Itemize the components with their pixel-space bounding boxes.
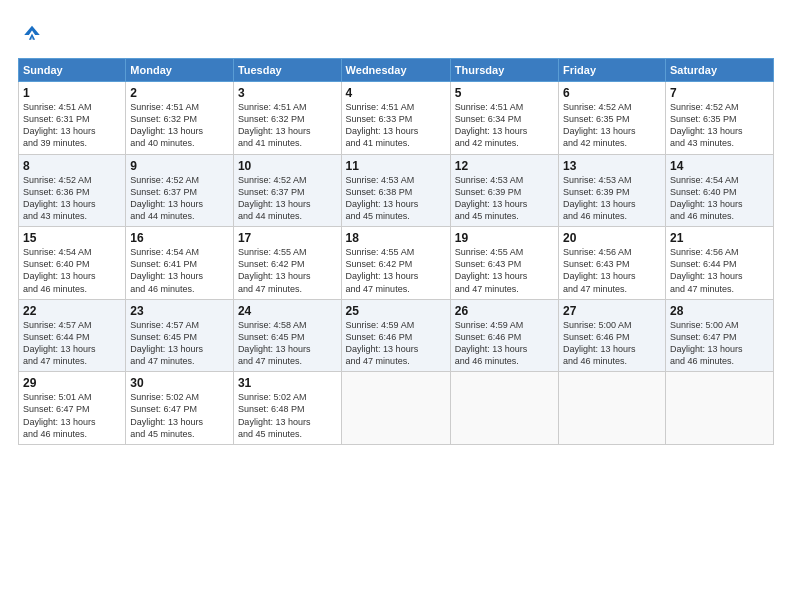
day-info: Sunrise: 4:53 AM Sunset: 6:39 PM Dayligh… xyxy=(455,174,554,223)
calendar-cell: 18 Sunrise: 4:55 AM Sunset: 6:42 PM Dayl… xyxy=(341,227,450,300)
day-info: Sunrise: 4:55 AM Sunset: 6:42 PM Dayligh… xyxy=(346,246,446,295)
day-info: Sunrise: 4:52 AM Sunset: 6:36 PM Dayligh… xyxy=(23,174,121,223)
day-number: 18 xyxy=(346,231,446,245)
day-info: Sunrise: 4:59 AM Sunset: 6:46 PM Dayligh… xyxy=(346,319,446,368)
day-number: 17 xyxy=(238,231,337,245)
header-cell-wednesday: Wednesday xyxy=(341,59,450,82)
calendar-table: SundayMondayTuesdayWednesdayThursdayFrid… xyxy=(18,58,774,445)
calendar-cell: 29 Sunrise: 5:01 AM Sunset: 6:47 PM Dayl… xyxy=(19,372,126,445)
header-row: SundayMondayTuesdayWednesdayThursdayFrid… xyxy=(19,59,774,82)
day-info: Sunrise: 4:52 AM Sunset: 6:37 PM Dayligh… xyxy=(238,174,337,223)
calendar-cell: 13 Sunrise: 4:53 AM Sunset: 6:39 PM Dayl… xyxy=(559,154,666,227)
calendar-cell: 9 Sunrise: 4:52 AM Sunset: 6:37 PM Dayli… xyxy=(126,154,234,227)
day-number: 12 xyxy=(455,159,554,173)
day-info: Sunrise: 4:52 AM Sunset: 6:35 PM Dayligh… xyxy=(563,101,661,150)
day-number: 15 xyxy=(23,231,121,245)
day-info: Sunrise: 5:02 AM Sunset: 6:47 PM Dayligh… xyxy=(130,391,229,440)
day-info: Sunrise: 4:54 AM Sunset: 6:41 PM Dayligh… xyxy=(130,246,229,295)
day-number: 3 xyxy=(238,86,337,100)
day-info: Sunrise: 4:51 AM Sunset: 6:33 PM Dayligh… xyxy=(346,101,446,150)
calendar-cell xyxy=(450,372,558,445)
calendar-week-3: 15 Sunrise: 4:54 AM Sunset: 6:40 PM Dayl… xyxy=(19,227,774,300)
day-number: 8 xyxy=(23,159,121,173)
day-info: Sunrise: 4:57 AM Sunset: 6:44 PM Dayligh… xyxy=(23,319,121,368)
day-number: 9 xyxy=(130,159,229,173)
calendar-cell xyxy=(559,372,666,445)
calendar-cell: 12 Sunrise: 4:53 AM Sunset: 6:39 PM Dayl… xyxy=(450,154,558,227)
day-info: Sunrise: 4:55 AM Sunset: 6:43 PM Dayligh… xyxy=(455,246,554,295)
logo-icon xyxy=(18,18,46,46)
calendar-cell: 24 Sunrise: 4:58 AM Sunset: 6:45 PM Dayl… xyxy=(233,299,341,372)
calendar-cell: 25 Sunrise: 4:59 AM Sunset: 6:46 PM Dayl… xyxy=(341,299,450,372)
page: SundayMondayTuesdayWednesdayThursdayFrid… xyxy=(0,0,792,612)
calendar-cell: 3 Sunrise: 4:51 AM Sunset: 6:32 PM Dayli… xyxy=(233,82,341,155)
calendar-cell: 10 Sunrise: 4:52 AM Sunset: 6:37 PM Dayl… xyxy=(233,154,341,227)
day-info: Sunrise: 4:51 AM Sunset: 6:31 PM Dayligh… xyxy=(23,101,121,150)
calendar-cell: 26 Sunrise: 4:59 AM Sunset: 6:46 PM Dayl… xyxy=(450,299,558,372)
calendar-cell: 1 Sunrise: 4:51 AM Sunset: 6:31 PM Dayli… xyxy=(19,82,126,155)
day-number: 26 xyxy=(455,304,554,318)
day-number: 25 xyxy=(346,304,446,318)
calendar-week-1: 1 Sunrise: 4:51 AM Sunset: 6:31 PM Dayli… xyxy=(19,82,774,155)
day-number: 13 xyxy=(563,159,661,173)
day-info: Sunrise: 4:52 AM Sunset: 6:35 PM Dayligh… xyxy=(670,101,769,150)
calendar-cell: 15 Sunrise: 4:54 AM Sunset: 6:40 PM Dayl… xyxy=(19,227,126,300)
day-info: Sunrise: 4:52 AM Sunset: 6:37 PM Dayligh… xyxy=(130,174,229,223)
calendar-cell: 2 Sunrise: 4:51 AM Sunset: 6:32 PM Dayli… xyxy=(126,82,234,155)
day-info: Sunrise: 4:59 AM Sunset: 6:46 PM Dayligh… xyxy=(455,319,554,368)
day-number: 29 xyxy=(23,376,121,390)
day-number: 27 xyxy=(563,304,661,318)
day-number: 11 xyxy=(346,159,446,173)
calendar-cell: 17 Sunrise: 4:55 AM Sunset: 6:42 PM Dayl… xyxy=(233,227,341,300)
day-info: Sunrise: 4:51 AM Sunset: 6:34 PM Dayligh… xyxy=(455,101,554,150)
calendar-cell: 30 Sunrise: 5:02 AM Sunset: 6:47 PM Dayl… xyxy=(126,372,234,445)
calendar-cell: 23 Sunrise: 4:57 AM Sunset: 6:45 PM Dayl… xyxy=(126,299,234,372)
calendar-cell: 27 Sunrise: 5:00 AM Sunset: 6:46 PM Dayl… xyxy=(559,299,666,372)
day-number: 4 xyxy=(346,86,446,100)
calendar-cell: 16 Sunrise: 4:54 AM Sunset: 6:41 PM Dayl… xyxy=(126,227,234,300)
header-cell-friday: Friday xyxy=(559,59,666,82)
calendar-cell: 31 Sunrise: 5:02 AM Sunset: 6:48 PM Dayl… xyxy=(233,372,341,445)
day-info: Sunrise: 4:54 AM Sunset: 6:40 PM Dayligh… xyxy=(670,174,769,223)
header-cell-saturday: Saturday xyxy=(665,59,773,82)
calendar-cell: 8 Sunrise: 4:52 AM Sunset: 6:36 PM Dayli… xyxy=(19,154,126,227)
header-cell-sunday: Sunday xyxy=(19,59,126,82)
calendar-week-4: 22 Sunrise: 4:57 AM Sunset: 6:44 PM Dayl… xyxy=(19,299,774,372)
calendar-cell: 14 Sunrise: 4:54 AM Sunset: 6:40 PM Dayl… xyxy=(665,154,773,227)
calendar-body: 1 Sunrise: 4:51 AM Sunset: 6:31 PM Dayli… xyxy=(19,82,774,445)
day-number: 21 xyxy=(670,231,769,245)
day-number: 23 xyxy=(130,304,229,318)
day-number: 22 xyxy=(23,304,121,318)
calendar-cell xyxy=(665,372,773,445)
calendar-cell: 7 Sunrise: 4:52 AM Sunset: 6:35 PM Dayli… xyxy=(665,82,773,155)
day-number: 19 xyxy=(455,231,554,245)
calendar-week-5: 29 Sunrise: 5:01 AM Sunset: 6:47 PM Dayl… xyxy=(19,372,774,445)
day-number: 5 xyxy=(455,86,554,100)
day-number: 24 xyxy=(238,304,337,318)
calendar-cell: 20 Sunrise: 4:56 AM Sunset: 6:43 PM Dayl… xyxy=(559,227,666,300)
calendar-cell xyxy=(341,372,450,445)
day-info: Sunrise: 4:51 AM Sunset: 6:32 PM Dayligh… xyxy=(238,101,337,150)
day-number: 20 xyxy=(563,231,661,245)
day-info: Sunrise: 4:57 AM Sunset: 6:45 PM Dayligh… xyxy=(130,319,229,368)
calendar-cell: 6 Sunrise: 4:52 AM Sunset: 6:35 PM Dayli… xyxy=(559,82,666,155)
day-info: Sunrise: 4:53 AM Sunset: 6:39 PM Dayligh… xyxy=(563,174,661,223)
day-info: Sunrise: 4:56 AM Sunset: 6:44 PM Dayligh… xyxy=(670,246,769,295)
day-number: 6 xyxy=(563,86,661,100)
header-cell-thursday: Thursday xyxy=(450,59,558,82)
calendar-cell: 21 Sunrise: 4:56 AM Sunset: 6:44 PM Dayl… xyxy=(665,227,773,300)
day-number: 16 xyxy=(130,231,229,245)
day-number: 2 xyxy=(130,86,229,100)
header-cell-tuesday: Tuesday xyxy=(233,59,341,82)
calendar-cell: 22 Sunrise: 4:57 AM Sunset: 6:44 PM Dayl… xyxy=(19,299,126,372)
calendar-week-2: 8 Sunrise: 4:52 AM Sunset: 6:36 PM Dayli… xyxy=(19,154,774,227)
day-number: 30 xyxy=(130,376,229,390)
calendar-cell: 5 Sunrise: 4:51 AM Sunset: 6:34 PM Dayli… xyxy=(450,82,558,155)
day-info: Sunrise: 5:00 AM Sunset: 6:47 PM Dayligh… xyxy=(670,319,769,368)
day-number: 10 xyxy=(238,159,337,173)
svg-rect-0 xyxy=(18,18,46,46)
day-info: Sunrise: 5:02 AM Sunset: 6:48 PM Dayligh… xyxy=(238,391,337,440)
day-info: Sunrise: 4:55 AM Sunset: 6:42 PM Dayligh… xyxy=(238,246,337,295)
day-info: Sunrise: 4:58 AM Sunset: 6:45 PM Dayligh… xyxy=(238,319,337,368)
header-cell-monday: Monday xyxy=(126,59,234,82)
